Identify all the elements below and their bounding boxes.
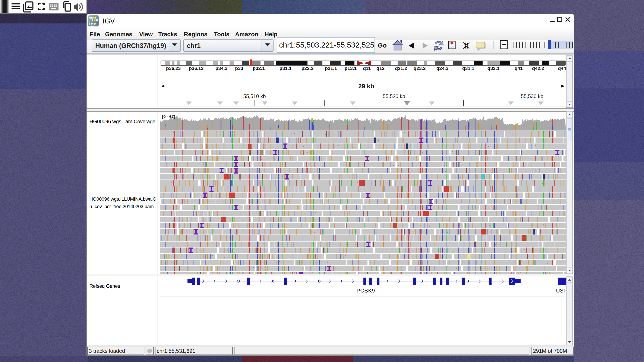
svg-text:p13.1: p13.1 bbox=[345, 66, 356, 71]
svg-text:PCSK9: PCSK9 bbox=[356, 288, 375, 294]
svg-text:q21.2: q21.2 bbox=[395, 66, 407, 71]
svg-text:p31.1: p31.1 bbox=[280, 66, 292, 71]
svg-text:p21.1: p21.1 bbox=[325, 66, 337, 71]
svg-text:q11: q11 bbox=[363, 66, 371, 71]
svg-text:p32.1: p32.1 bbox=[253, 66, 265, 71]
svg-text:q41: q41 bbox=[514, 66, 523, 71]
svg-text:55,510 kb: 55,510 kb bbox=[243, 93, 266, 99]
svg-text:USP24: USP24 bbox=[556, 288, 566, 294]
svg-text:q12: q12 bbox=[376, 66, 384, 71]
svg-text:p33: p33 bbox=[235, 66, 243, 71]
svg-text:p36.23: p36.23 bbox=[166, 66, 181, 71]
svg-text:29 kb: 29 kb bbox=[358, 83, 374, 90]
svg-text:55,530 kb: 55,530 kb bbox=[521, 93, 543, 99]
svg-text:55,520 kb: 55,520 kb bbox=[383, 93, 405, 99]
svg-text:q23.2: q23.2 bbox=[414, 66, 426, 71]
svg-text:q44: q44 bbox=[558, 66, 566, 71]
svg-text:p34.3: p34.3 bbox=[216, 66, 228, 71]
svg-text:q31.1: q31.1 bbox=[462, 66, 474, 71]
svg-text:p22.2: p22.2 bbox=[302, 66, 314, 71]
svg-text:p36.12: p36.12 bbox=[189, 66, 204, 71]
svg-text:q42.2: q42.2 bbox=[532, 66, 544, 71]
svg-text:q32.1: q32.1 bbox=[488, 66, 500, 71]
svg-text:q24.3: q24.3 bbox=[436, 66, 448, 71]
